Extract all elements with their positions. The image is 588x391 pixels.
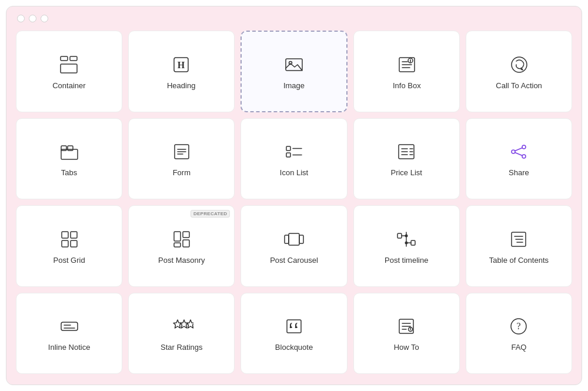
svg-rect-60 [61, 322, 78, 330]
image-label: Image [283, 81, 305, 90]
card-cta[interactable]: Call To Action [466, 31, 572, 112]
form-icon [170, 140, 193, 163]
card-post-carousel[interactable]: Post Carousel [240, 205, 347, 287]
posttimeline-label: Post timeline [385, 256, 428, 265]
svg-point-73 [410, 330, 411, 331]
form-label: Form [173, 168, 191, 177]
pricelist-label: Price List [390, 168, 422, 177]
faq-icon: ? [507, 315, 530, 338]
svg-point-35 [522, 155, 526, 158]
svg-rect-44 [174, 243, 181, 247]
svg-rect-2 [61, 64, 77, 73]
card-how-to[interactable]: How To [353, 293, 460, 375]
postmasonry-label: Post Masonry [158, 256, 205, 265]
starratings-label: Star Ratings [161, 343, 203, 352]
image-icon [282, 53, 306, 76]
svg-line-37 [515, 153, 522, 156]
grid-row-1: Container H Heading [16, 31, 572, 112]
heading-label: Heading [167, 81, 195, 90]
svg-rect-16 [61, 146, 66, 151]
svg-point-14 [512, 57, 527, 72]
postgrid-label: Post Grid [54, 256, 85, 265]
card-post-masonry[interactable]: DEPRECATED Post Masonry [128, 205, 235, 287]
card-post-grid[interactable]: Post Grid [16, 205, 122, 287]
grid-row-4: Inline Notice Star Ratings [16, 293, 572, 375]
card-image[interactable]: Image [240, 31, 348, 112]
inlinenotice-icon [58, 315, 81, 338]
card-tabs[interactable]: Tabs [16, 118, 122, 200]
svg-rect-17 [68, 146, 73, 151]
card-info-box[interactable]: Info Box [353, 31, 460, 112]
card-faq[interactable]: ? FAQ [466, 293, 572, 375]
card-container[interactable]: Container [16, 31, 122, 112]
cta-icon [507, 53, 531, 76]
app-window: Container H Heading [6, 6, 582, 385]
card-price-list[interactable]: Price List [353, 118, 460, 200]
widget-grid: Container H Heading [12, 28, 576, 379]
infobox-icon [395, 53, 419, 76]
svg-point-34 [512, 150, 515, 153]
grid-row-2: Tabs Form [16, 118, 572, 200]
tabs-icon [58, 140, 81, 163]
share-label: Share [509, 168, 529, 177]
card-toc[interactable]: Table of Contents [466, 205, 572, 287]
iconlist-label: Icon List [280, 168, 308, 177]
starratings-icon [170, 315, 193, 338]
cta-label: Call To Action [496, 81, 542, 90]
share-icon [507, 140, 530, 163]
svg-rect-48 [299, 235, 303, 243]
titlebar [12, 12, 576, 28]
deprecated-badge: DEPRECATED [191, 210, 230, 218]
svg-rect-42 [174, 232, 181, 241]
toc-icon [507, 228, 530, 251]
faq-label: FAQ [511, 343, 526, 352]
infobox-label: Info Box [393, 81, 421, 90]
card-form[interactable]: Form [128, 118, 235, 200]
svg-rect-38 [62, 232, 68, 238]
svg-marker-65 [186, 320, 193, 328]
inlinenotice-label: Inline Notice [48, 343, 91, 352]
howto-label: How To [394, 343, 419, 352]
svg-rect-5 [286, 59, 302, 71]
svg-rect-52 [397, 233, 402, 238]
blockquote-label: Blockquote [275, 343, 313, 352]
posttimeline-icon [395, 228, 418, 251]
postcarousel-label: Post Carousel [270, 256, 318, 265]
svg-rect-40 [62, 240, 68, 247]
svg-text:H: H [178, 60, 185, 70]
svg-rect-45 [183, 240, 189, 247]
container-label: Container [52, 81, 85, 90]
svg-rect-39 [71, 232, 77, 238]
blockquote-icon [282, 315, 306, 338]
card-blockquote[interactable]: Blockquote [240, 293, 347, 375]
svg-rect-66 [287, 320, 301, 333]
card-share[interactable]: Share [466, 118, 572, 200]
svg-rect-41 [71, 240, 77, 247]
svg-line-36 [515, 148, 522, 151]
card-heading[interactable]: H Heading [128, 31, 235, 112]
minimize-dot[interactable] [29, 15, 36, 22]
heading-icon: H [169, 53, 193, 76]
svg-rect-43 [183, 232, 189, 238]
close-dot[interactable] [17, 15, 25, 22]
card-star-ratings[interactable]: Star Ratings [128, 293, 235, 375]
svg-rect-55 [411, 240, 415, 245]
svg-text:?: ? [517, 321, 521, 331]
pricelist-icon [395, 140, 418, 163]
postmasonry-icon [170, 228, 193, 251]
svg-rect-24 [286, 153, 290, 157]
grid-row-3: Post Grid DEPRECATED Post Masonry [16, 205, 572, 287]
iconlist-icon [282, 140, 306, 163]
svg-rect-47 [285, 235, 289, 243]
container-icon [57, 53, 81, 76]
postcarousel-icon [282, 228, 306, 251]
howto-icon [395, 315, 418, 338]
svg-rect-22 [286, 146, 290, 151]
svg-rect-1 [70, 56, 77, 61]
svg-point-33 [522, 145, 526, 149]
card-inline-notice[interactable]: Inline Notice [16, 293, 122, 375]
card-icon-list[interactable]: Icon List [240, 118, 347, 200]
postgrid-icon [58, 228, 81, 251]
card-post-timeline[interactable]: Post timeline [353, 205, 460, 287]
maximize-dot[interactable] [41, 15, 48, 22]
